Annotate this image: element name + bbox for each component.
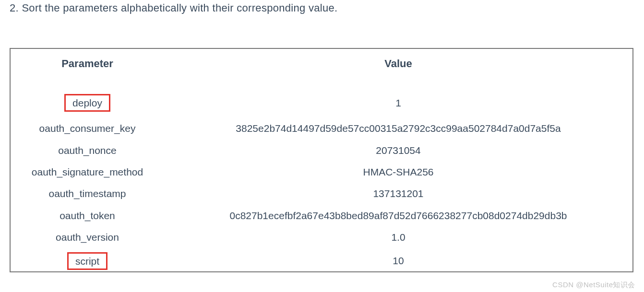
- cell-parameter: oauth_version: [11, 226, 164, 248]
- cell-parameter: oauth_nonce: [11, 140, 164, 161]
- cell-parameter: oauth_token: [11, 205, 164, 226]
- table-body: deploy1oauth_consumer_key3825e2b74d14497…: [11, 85, 632, 271]
- cell-value: 20731054: [164, 140, 632, 161]
- cell-parameter: oauth_timestamp: [11, 183, 164, 204]
- cell-value: 1: [164, 85, 632, 117]
- cell-value: 137131201: [164, 183, 632, 204]
- highlight-box: deploy: [64, 94, 110, 112]
- cell-value: 3825e2b74d14497d59de57cc00315a2792c3cc99…: [164, 117, 632, 139]
- cell-parameter: deploy: [11, 85, 164, 117]
- cell-value: 10: [164, 248, 632, 271]
- cell-parameter: script: [11, 248, 164, 271]
- table-row: oauth_version1.0: [11, 226, 632, 248]
- instruction-text: Sort the parameters alphabetically with …: [22, 2, 337, 14]
- header-parameter: Parameter: [11, 49, 164, 85]
- document-container: 2. Sort the parameters alphabetically wi…: [0, 0, 644, 282]
- watermark: CSDN @NetSuite知识会: [552, 280, 635, 282]
- cell-value: 1.0: [164, 226, 632, 248]
- table-row: deploy1: [11, 85, 632, 117]
- table-row: oauth_timestamp137131201: [11, 183, 632, 204]
- cell-parameter: oauth_signature_method: [11, 161, 164, 183]
- table-header-row: Parameter Value: [11, 49, 632, 85]
- parameter-table: Parameter Value deploy1oauth_consumer_ke…: [11, 49, 632, 271]
- table-row: oauth_consumer_key3825e2b74d14497d59de57…: [11, 117, 632, 139]
- cell-value: HMAC-SHA256: [164, 161, 632, 183]
- cell-value: 0c827b1ecefbf2a67e43b8bed89af87d52d76662…: [164, 205, 632, 226]
- table-row: oauth_token0c827b1ecefbf2a67e43b8bed89af…: [11, 205, 632, 226]
- table-row: oauth_nonce20731054: [11, 140, 632, 161]
- parameter-table-wrapper: Parameter Value deploy1oauth_consumer_ke…: [10, 48, 633, 272]
- table-row: oauth_signature_methodHMAC-SHA256: [11, 161, 632, 183]
- cell-parameter: oauth_consumer_key: [11, 117, 164, 139]
- header-value: Value: [164, 49, 632, 85]
- instruction-line: 2. Sort the parameters alphabetically wi…: [10, 2, 634, 14]
- instruction-number: 2.: [10, 2, 19, 14]
- highlight-box: script: [67, 252, 107, 270]
- table-row: script10: [11, 248, 632, 271]
